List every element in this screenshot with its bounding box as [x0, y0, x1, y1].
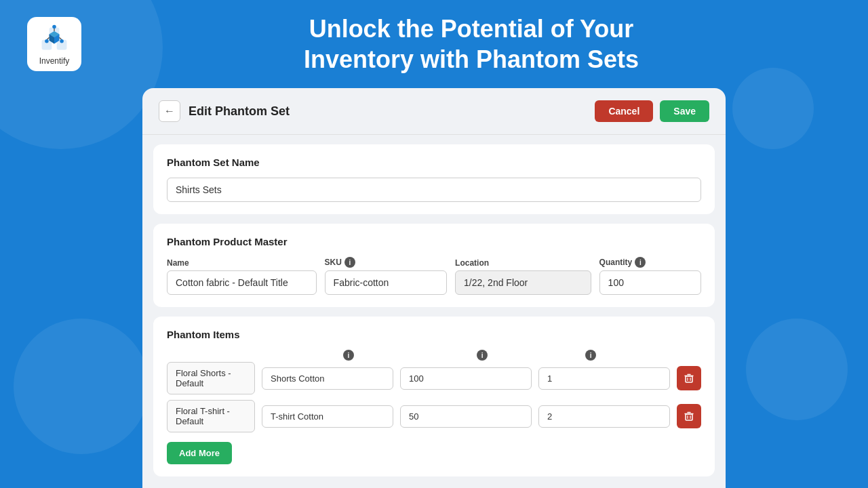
- phantom-set-name-input[interactable]: [167, 178, 701, 202]
- product-master-row: Name SKU i Location Quantity: [167, 257, 701, 295]
- svg-point-12: [60, 39, 64, 43]
- quantity-field-group: Quantity i: [599, 257, 701, 295]
- col-header-ratio: i: [585, 350, 670, 361]
- svg-rect-18: [686, 414, 692, 420]
- phantom-item-1-sku[interactable]: [262, 367, 393, 390]
- phantom-items-col-headers: i i i: [167, 350, 701, 361]
- location-input[interactable]: [455, 270, 591, 295]
- quantity-label: Quantity i: [599, 257, 701, 268]
- card-title: Edit Phantom Set: [189, 104, 290, 119]
- phantom-items-section: Phantom Items i i i Floral Shorts - Defa…: [153, 317, 715, 476]
- trash-icon-2: [684, 411, 694, 422]
- back-button[interactable]: ←: [159, 100, 180, 122]
- sku-info-icon[interactable]: i: [344, 257, 355, 268]
- sku-input[interactable]: [325, 270, 447, 295]
- logo-icon: [37, 22, 72, 55]
- product-master-section: Phantom Product Master Name SKU i Locati…: [153, 224, 715, 307]
- header-title: Unlock the Potential of Your Inventory w…: [102, 14, 841, 75]
- location-label: Location: [455, 258, 591, 268]
- phantom-item-2-ratio[interactable]: [538, 405, 670, 428]
- product-master-title: Phantom Product Master: [167, 236, 701, 247]
- svg-point-10: [52, 25, 56, 29]
- phantom-item-row-1: Floral Shorts - Default: [167, 362, 701, 394]
- phantom-item-1-delete[interactable]: [677, 366, 701, 390]
- add-more-button[interactable]: Add More: [167, 442, 232, 464]
- phantom-set-name-title: Phantom Set Name: [167, 157, 701, 168]
- location-field-group: Location: [455, 258, 591, 295]
- items-sku-info-icon[interactable]: i: [343, 350, 354, 361]
- card-header-left: ← Edit Phantom Set: [159, 100, 290, 122]
- cancel-button[interactable]: Cancel: [595, 100, 653, 122]
- card-header: ← Edit Phantom Set Cancel Save: [142, 88, 726, 135]
- svg-point-11: [45, 39, 49, 43]
- quantity-info-icon[interactable]: i: [635, 257, 646, 268]
- phantom-item-2-qty[interactable]: [400, 405, 532, 428]
- col-header-sku: i: [343, 350, 470, 361]
- name-field-group: Name: [167, 258, 317, 295]
- trash-icon: [684, 373, 694, 384]
- quantity-input[interactable]: [599, 270, 701, 295]
- phantom-item-row-2: Floral T-shirt - Default: [167, 400, 701, 432]
- logo-box: Inventify: [27, 17, 81, 71]
- phantom-item-1-qty[interactable]: [400, 367, 532, 390]
- phantom-item-2-sku[interactable]: [262, 405, 393, 428]
- phantom-items-title: Phantom Items: [167, 329, 701, 340]
- name-label: Name: [167, 258, 317, 268]
- save-button[interactable]: Save: [660, 100, 709, 122]
- sku-field-group: SKU i: [325, 257, 447, 295]
- header: Inventify Unlock the Potential of Your I…: [0, 0, 868, 88]
- svg-rect-13: [686, 376, 692, 382]
- logo-label: Inventify: [39, 56, 70, 66]
- sku-label: SKU i: [325, 257, 447, 268]
- phantom-set-name-section: Phantom Set Name: [153, 144, 715, 214]
- card-header-actions: Cancel Save: [595, 100, 709, 122]
- phantom-item-2-delete[interactable]: [677, 404, 701, 428]
- col-header-qty: i: [477, 350, 578, 361]
- phantom-item-2-name: Floral T-shirt - Default: [167, 400, 255, 432]
- product-name-input[interactable]: [167, 270, 317, 295]
- items-ratio-info-icon[interactable]: i: [585, 350, 596, 361]
- phantom-item-1-name: Floral Shorts - Default: [167, 362, 255, 394]
- phantom-item-1-ratio[interactable]: [538, 367, 670, 390]
- main-card: ← Edit Phantom Set Cancel Save Phantom S…: [142, 88, 726, 488]
- items-qty-info-icon[interactable]: i: [477, 350, 488, 361]
